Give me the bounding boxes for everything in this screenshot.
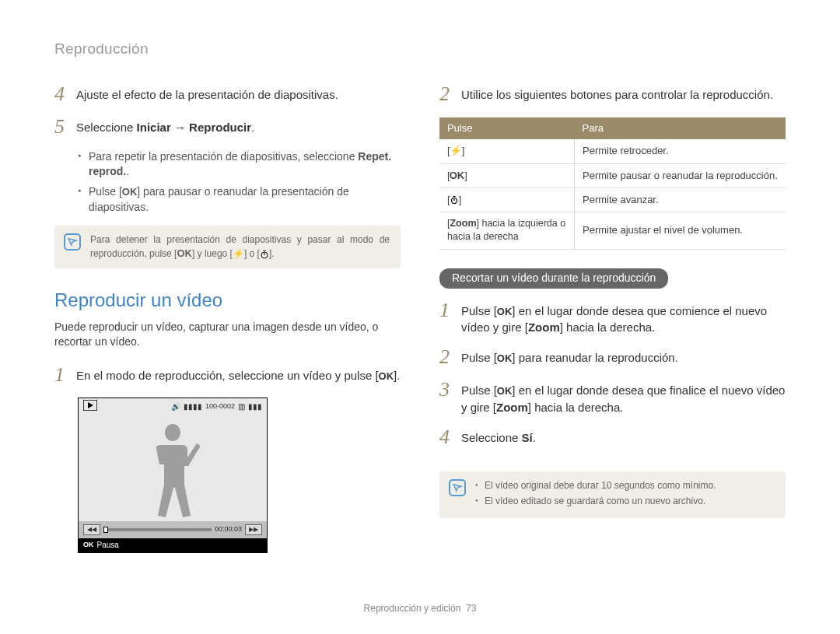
step-text: Seleccione Iniciar → Reproducir.	[76, 116, 401, 135]
text: Seleccione	[76, 121, 137, 134]
screen-footer: OK Pausa	[79, 538, 267, 552]
step-number: 5	[54, 116, 76, 138]
th-pulse: Pulse	[439, 117, 575, 139]
screen-playback-bar: ◀◀ 00:00:03 ▶▶	[79, 521, 267, 538]
bold-text: Zoom	[450, 218, 476, 229]
pause-label: Pausa	[97, 540, 119, 551]
play-mode-icon	[83, 400, 97, 414]
cell-button: [Zoom] hacia la izquierda o hacia la der…	[439, 212, 575, 249]
step-number: 4	[54, 83, 76, 106]
note-item: El vídeo original debe durar 10 segundos…	[475, 479, 775, 492]
cut-step-2: 2 Pulse [OK] para reanudar la reproducci…	[439, 346, 786, 369]
top-right-indicators: 🔊 ▮▮▮▮ 100-0002 ▥ ▮▮▮	[171, 401, 262, 412]
left-column: 4 Ajuste el efecto de la presentación de…	[54, 83, 401, 553]
cell-desc: Permite avanzar.	[575, 187, 786, 212]
video-step-1: 1 En el modo de reproducción, seleccione…	[54, 364, 401, 387]
cell-desc: Permite pausar o reanudar la reproducció…	[575, 163, 786, 187]
step-number: 1	[54, 364, 76, 387]
text: ].	[394, 369, 400, 382]
step-text: Ajuste el efecto de la presentación de d…	[76, 83, 401, 103]
text: Pulse [	[461, 304, 497, 317]
bullet-item: Pulse [OK] para pausar o reanudar la pre…	[78, 184, 401, 215]
note-box: El vídeo original debe durar 10 segundos…	[439, 471, 786, 518]
text: ] hacia la derecha.	[560, 321, 656, 334]
step-4: 4 Ajuste el efecto de la presentación de…	[54, 83, 401, 106]
text: Pulse [	[461, 351, 497, 364]
page-header: Reproducción	[54, 39, 786, 60]
progress-track	[103, 528, 212, 531]
footer-text: Reproducción y edición	[364, 603, 461, 614]
time-display: 00:00:03	[215, 524, 242, 534]
bullet-list: Para repetir la presentación de diaposit…	[54, 149, 401, 215]
cut-step-4: 4 Seleccione Sí.	[439, 426, 786, 449]
bold-text: Zoom	[496, 401, 528, 414]
step-text: Pulse [OK] para reanudar la reproducción…	[461, 346, 786, 366]
step-text: Pulse [OK] en el lugar donde desea que f…	[461, 379, 786, 415]
bold-text: Reproducir	[189, 121, 251, 134]
text: .	[251, 121, 254, 134]
section-title: Reproducir un vídeo	[54, 287, 401, 313]
text: En el modo de reproducción, seleccione u…	[76, 369, 379, 382]
text: Para repetir la presentación de diaposit…	[89, 150, 358, 163]
note-icon	[449, 479, 466, 496]
text: ] hacia la derecha.	[528, 401, 624, 414]
ok-label: OK	[497, 352, 513, 366]
ok-label: OK	[177, 247, 192, 261]
step-2-controls: 2 Utilice los siguientes botones para co…	[439, 83, 786, 106]
text: Seleccione	[461, 431, 522, 444]
progress-thumb	[103, 527, 108, 533]
right-column: 2 Utilice los siguientes botones para co…	[439, 83, 786, 553]
step-number: 1	[439, 299, 461, 322]
cell-button: []	[439, 187, 575, 212]
note-item: El vídeo editado se guardará como un nue…	[475, 495, 775, 508]
step-text: Seleccione Sí.	[461, 426, 786, 446]
flash-icon: ⚡	[233, 248, 244, 259]
note-box: Para detener la presentación de diaposit…	[54, 226, 401, 268]
cell-desc: Permite ajustar el nivel de volumen.	[575, 212, 786, 249]
signal-icon: ▮▮▮▮	[184, 401, 202, 412]
cut-step-1: 1 Pulse [OK] en el lugar donde desea que…	[439, 299, 786, 335]
cell-button: [⚡]	[439, 139, 575, 163]
timer-icon	[450, 194, 459, 205]
text: ] para reanudar la reproducción.	[512, 351, 677, 364]
text: ].	[269, 248, 275, 259]
timer-icon	[260, 248, 269, 259]
bold-text: Sí	[522, 431, 533, 444]
cell-button: [OK]	[439, 163, 575, 187]
ok-label: OK	[497, 305, 513, 319]
note-icon	[64, 233, 81, 250]
screen-body	[79, 415, 267, 521]
bullet-item: Para repetir la presentación de diaposit…	[78, 149, 401, 180]
controls-table: Pulse Para [⚡] Permite retroceder. [OK] …	[439, 117, 786, 250]
forward-icon: ▶▶	[245, 524, 262, 535]
page-footer: Reproducción y edición 73	[0, 602, 840, 615]
volume-icon: 🔊	[171, 401, 180, 412]
table-row: [Zoom] hacia la izquierda o hacia la der…	[439, 212, 786, 249]
text: ] o [	[244, 248, 260, 259]
step-text: En el modo de reproducción, seleccione u…	[76, 364, 401, 384]
subsection-pill: Recortar un vídeo durante la reproducció…	[439, 268, 668, 289]
text: Pulse [	[461, 384, 497, 397]
file-number: 100-0002	[205, 401, 235, 412]
ok-label: OK	[450, 169, 465, 183]
bold-text: Zoom	[528, 321, 560, 334]
svg-marker-2	[88, 402, 93, 408]
arrow: →	[171, 121, 189, 134]
cell-desc: Permite retroceder.	[575, 139, 786, 163]
ok-label: OK	[497, 384, 513, 398]
bold-text: Iniciar	[137, 121, 171, 134]
step-number: 2	[439, 346, 461, 369]
screen-top-bar: 🔊 ▮▮▮▮ 100-0002 ▥ ▮▮▮	[79, 398, 267, 415]
th-para: Para	[575, 117, 786, 139]
flash-icon-bold: ⚡	[450, 145, 462, 156]
step-number: 4	[439, 426, 461, 449]
two-column-layout: 4 Ajuste el efecto de la presentación de…	[54, 83, 786, 553]
video-preview-screenshot: 🔊 ▮▮▮▮ 100-0002 ▥ ▮▮▮ ◀◀ 00:00:03 ▶▶	[78, 398, 268, 553]
text: ] y luego [	[192, 248, 233, 259]
table-row: [OK] Permite pausar o reanudar la reprod…	[439, 163, 786, 187]
step-text: Utilice los siguientes botones para cont…	[461, 83, 786, 103]
section-description: Puede reproducir un vídeo, capturar una …	[54, 320, 401, 350]
step-number: 3	[439, 379, 461, 401]
text: Pulse [	[89, 185, 122, 198]
note-list: El vídeo original debe durar 10 segundos…	[475, 479, 775, 508]
